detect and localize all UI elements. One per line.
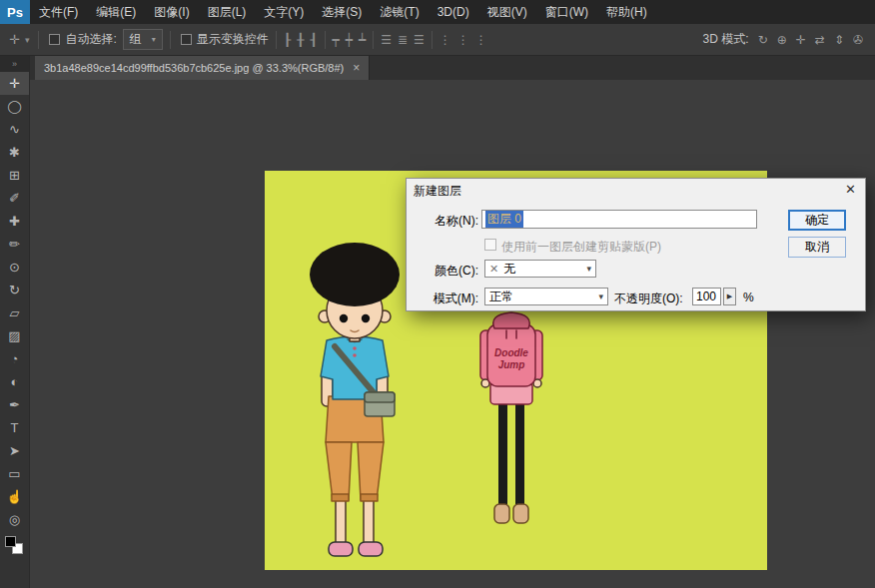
eyedropper-tool[interactable]: ✐ <box>0 187 29 210</box>
dodge-tool[interactable]: ◐ <box>0 370 29 393</box>
pen-tool[interactable]: ✒ <box>0 393 29 416</box>
distribute-vertical-centers-icon[interactable]: ≣ <box>398 33 408 47</box>
new-layer-dialog: 新建图层 ✕ 名称(N): 图层 0 确定 使用前一图层创建剪贴蒙版(P) 取消… <box>406 178 866 311</box>
ok-button[interactable]: 确定 <box>788 210 846 231</box>
menu-select[interactable]: 选择(S) <box>313 0 371 24</box>
blend-mode-value: 正常 <box>489 289 513 305</box>
brush-tool[interactable]: ✏ <box>0 233 29 256</box>
auto-select-value: 组 <box>130 31 142 48</box>
dialog-close-icon[interactable]: ✕ <box>845 182 856 197</box>
3d-mode-label: 3D 模式: <box>703 31 749 48</box>
color-swatches <box>0 533 29 559</box>
align-right-edges-icon[interactable]: ┨ <box>310 33 317 47</box>
distribute-group-horizontal: ⋮ ⋮ ⋮ <box>439 33 487 47</box>
tool-preset-caret-icon[interactable]: ▾ <box>23 35 32 45</box>
dialog-title: 新建图层 <box>414 183 461 200</box>
blend-mode-dropdown[interactable]: 正常 ▾ <box>484 288 608 305</box>
shape-tool[interactable]: ▭ <box>0 462 29 485</box>
clone-stamp-tool[interactable]: ⊙ <box>0 256 29 279</box>
menu-type[interactable]: 文字(Y) <box>255 0 313 24</box>
align-top-edges-icon[interactable]: ┯ <box>333 33 340 47</box>
menu-help[interactable]: 帮助(H) <box>597 0 656 24</box>
align-vertical-centers-icon[interactable]: ┿ <box>346 33 353 47</box>
divider <box>373 31 374 49</box>
show-transform-checkbox[interactable] <box>181 34 192 45</box>
align-left-edges-icon[interactable]: ┠ <box>284 33 291 47</box>
color-label: 颜色(C): <box>417 263 478 280</box>
marquee-tool[interactable]: ◯ <box>0 95 29 118</box>
3d-camera-icon[interactable]: ✇ <box>853 33 863 47</box>
clipping-mask-label: 使用前一图层创建剪贴蒙版(P) <box>501 239 661 256</box>
3d-slide-icon[interactable]: ⇄ <box>815 33 825 47</box>
3d-rotate-icon[interactable]: ↻ <box>758 33 768 47</box>
crop-tool[interactable]: ⊞ <box>0 164 29 187</box>
align-bottom-edges-icon[interactable]: ┷ <box>359 33 366 47</box>
align-group-vertical: ┯ ┿ ┷ <box>333 33 367 47</box>
menu-view[interactable]: 视图(V) <box>478 0 536 24</box>
blur-tool[interactable]: ◔ <box>0 347 29 370</box>
hand-tool[interactable]: ☝ <box>0 485 29 508</box>
chevron-down-icon: ▾ <box>598 292 603 301</box>
distribute-group-vertical: ☰ ≣ ☰ <box>381 33 425 47</box>
divider <box>325 31 326 49</box>
name-label: 名称(N): <box>417 213 478 230</box>
distribute-bottom-edges-icon[interactable]: ☰ <box>414 33 425 47</box>
type-tool[interactable]: T <box>0 416 29 439</box>
path-selection-tool[interactable]: ➤ <box>0 439 29 462</box>
tab-close-icon[interactable]: × <box>353 61 360 75</box>
menu-edit[interactable]: 编辑(E) <box>87 0 145 24</box>
photoshop-logo: Ps <box>0 0 30 24</box>
opacity-label: 不透明度(O): <box>614 291 683 307</box>
cancel-button[interactable]: 取消 <box>788 237 846 258</box>
3d-scale-icon[interactable]: ⇕ <box>834 33 844 47</box>
divider <box>276 31 277 49</box>
menu-3d[interactable]: 3D(D) <box>429 0 478 24</box>
auto-select-checkbox[interactable] <box>49 34 60 45</box>
menu-file[interactable]: 文件(F) <box>30 0 87 24</box>
auto-select-dropdown[interactable]: 组 ▾ <box>123 29 163 50</box>
layer-name-value: 图层 0 <box>485 211 523 228</box>
opacity-input[interactable]: 100 <box>692 288 721 305</box>
current-tool-icon: ✛ <box>6 32 23 47</box>
history-brush-tool[interactable]: ↻ <box>0 279 29 301</box>
quick-selection-tool[interactable]: ✱ <box>0 141 29 164</box>
menu-image[interactable]: 图像(I) <box>145 0 198 24</box>
menu-layer[interactable]: 图层(L) <box>199 0 256 24</box>
opacity-slider-flyout-icon[interactable]: ▶ <box>723 288 736 305</box>
color-value: 无 <box>503 261 515 278</box>
foreground-color-swatch[interactable] <box>5 536 16 547</box>
document-tab-bar: 3b1a48e89ce14cd99ffbd536b7cb625e.jpg @ 3… <box>30 56 875 80</box>
healing-brush-tool[interactable]: ✚ <box>0 210 29 233</box>
menu-filter[interactable]: 滤镜(T) <box>371 0 428 24</box>
3d-roll-icon[interactable]: ⊕ <box>777 33 787 47</box>
hoodie-text-line2: Jump <box>498 359 525 370</box>
document-tab[interactable]: 3b1a48e89ce14cd99ffbd536b7cb625e.jpg @ 3… <box>35 56 370 80</box>
layer-name-input[interactable]: 图层 0 <box>481 210 757 229</box>
gradient-tool[interactable]: ▨ <box>0 324 29 347</box>
distribute-right-edges-icon[interactable]: ⋮ <box>475 33 487 47</box>
menu-bar: Ps 文件(F) 编辑(E) 图像(I) 图层(L) 文字(Y) 选择(S) 滤… <box>0 0 875 24</box>
divider <box>170 31 171 49</box>
align-group-horizontal: ┠ ╂ ┨ <box>284 33 318 47</box>
opacity-value: 100 <box>696 290 716 303</box>
clipping-mask-checkbox[interactable] <box>484 239 496 251</box>
distribute-horizontal-centers-icon[interactable]: ⋮ <box>457 33 469 47</box>
divider <box>38 31 39 49</box>
divider <box>432 31 433 49</box>
distribute-left-edges-icon[interactable]: ⋮ <box>439 33 451 47</box>
photoshop-window: Ps 文件(F) 编辑(E) 图像(I) 图层(L) 文字(Y) 选择(S) 滤… <box>0 0 875 588</box>
3d-drag-icon[interactable]: ✛ <box>796 33 806 47</box>
chevron-down-icon: ▾ <box>152 35 156 44</box>
3d-mode-group: 3D 模式: ↻ ⊕ ✛ ⇄ ⇕ ✇ <box>703 31 869 48</box>
lasso-tool[interactable]: ∿ <box>0 118 29 141</box>
eraser-tool[interactable]: ▱ <box>0 301 29 324</box>
distribute-top-edges-icon[interactable]: ☰ <box>381 33 392 47</box>
color-dropdown[interactable]: ✕ 无 ▾ <box>484 260 596 278</box>
align-horizontal-centers-icon[interactable]: ╂ <box>297 33 304 47</box>
menu-window[interactable]: 窗口(W) <box>536 0 597 24</box>
opacity-unit: % <box>743 291 754 304</box>
move-tool[interactable]: ✛ <box>0 72 29 95</box>
show-transform-label: 显示变换控件 <box>197 31 269 48</box>
zoom-tool[interactable]: ◎ <box>0 508 29 531</box>
dock-collapse-button[interactable]: » <box>0 56 29 72</box>
